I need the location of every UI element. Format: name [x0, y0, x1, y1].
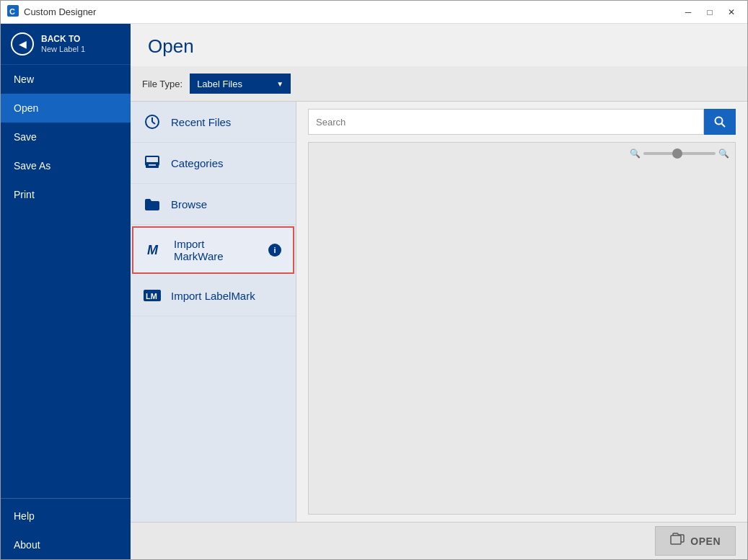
- preview-area: 🔍 🔍: [308, 142, 736, 515]
- open-button-label: OPEN: [690, 535, 721, 547]
- sidebar-open-label: Open: [14, 102, 38, 114]
- svg-text:M: M: [147, 243, 159, 257]
- zoom-slider-track[interactable]: [643, 152, 716, 155]
- sidebar-item-new[interactable]: New: [1, 65, 131, 94]
- main-window: C Custom Designer ─ □ ✕ ◀ BACK TO New La…: [0, 0, 748, 560]
- sidebar-item-open[interactable]: Open: [1, 94, 131, 123]
- svg-text:LM: LM: [146, 292, 157, 301]
- panel-item-categories[interactable]: Categories: [131, 143, 296, 184]
- sidebar-print-label: Print: [14, 189, 35, 200]
- panel-item-import-labelmark[interactable]: LM Import LabelMark: [131, 275, 296, 316]
- bottom-bar: OPEN: [131, 522, 747, 559]
- panel-recent-label: Recent Files: [171, 116, 231, 128]
- file-type-selected: Label Files: [197, 79, 270, 89]
- panel-item-recent[interactable]: Recent Files: [131, 102, 296, 143]
- search-bar: [308, 109, 736, 135]
- nav-spacer: [1, 209, 131, 498]
- back-circle-icon: ◀: [11, 32, 34, 55]
- svg-line-4: [152, 122, 155, 124]
- sidebar-about-label: About: [14, 539, 40, 551]
- close-button[interactable]: ✕: [721, 4, 742, 20]
- file-type-dropdown[interactable]: Label Files ▼: [190, 74, 291, 94]
- sidebar-new-label: New: [14, 74, 34, 85]
- zoom-bar: 🔍 🔍: [630, 148, 729, 159]
- sidebar-save-label: Save: [14, 131, 37, 143]
- window-title: Custom Designer: [24, 6, 96, 17]
- svg-rect-12: [671, 535, 681, 544]
- sidebar-help-label: Help: [14, 510, 35, 522]
- sidebar-item-print[interactable]: Print: [1, 180, 131, 209]
- markware-icon: M: [145, 240, 165, 260]
- dropdown-arrow-icon: ▼: [276, 80, 283, 88]
- search-input[interactable]: [308, 109, 704, 135]
- svg-line-11: [722, 124, 726, 128]
- content-area: Open File Type: Label Files ▼: [131, 24, 747, 559]
- panel-item-import-markware[interactable]: M Import MarkWare i: [132, 226, 294, 274]
- svg-point-10: [716, 117, 723, 125]
- svg-text:C: C: [9, 7, 15, 16]
- sidebar-item-save[interactable]: Save: [1, 123, 131, 151]
- inbox-icon: [142, 153, 162, 173]
- panel-item-browse[interactable]: Browse: [131, 184, 296, 225]
- zoom-slider-thumb: [672, 148, 682, 159]
- sidebar: ◀ BACK TO New Label 1 New Open Save Save…: [1, 24, 131, 559]
- right-panel: 🔍 🔍: [296, 102, 747, 522]
- zoom-in-icon: 🔍: [718, 148, 729, 159]
- nav-bottom: Help About: [1, 498, 131, 559]
- sidebar-item-about[interactable]: About: [1, 530, 131, 559]
- labelmark-icon: LM: [142, 285, 162, 306]
- clock-icon: [142, 112, 162, 132]
- panel-categories-label: Categories: [171, 157, 224, 169]
- folder-icon: [142, 194, 162, 214]
- back-arrow-icon: ◀: [19, 38, 27, 50]
- back-button[interactable]: ◀ BACK TO New Label 1: [1, 24, 131, 65]
- back-text-container: BACK TO New Label 1: [41, 34, 85, 54]
- search-button[interactable]: [704, 109, 736, 135]
- panel-browse-label: Browse: [171, 198, 207, 210]
- panel-labelmark-label: Import LabelMark: [171, 290, 255, 302]
- back-sublabel: New Label 1: [41, 45, 85, 54]
- open-button-icon: [670, 533, 685, 549]
- zoom-out-icon: 🔍: [630, 148, 641, 159]
- page-title: Open: [148, 35, 730, 58]
- file-type-label: File Type:: [142, 79, 182, 89]
- app-icon: C: [6, 4, 19, 20]
- content-body: Recent Files Categories: [131, 102, 747, 522]
- page-header: Open: [131, 24, 747, 66]
- sidebar-item-help[interactable]: Help: [1, 502, 131, 530]
- main-area: ◀ BACK TO New Label 1 New Open Save Save…: [1, 24, 747, 559]
- open-icon: [670, 533, 685, 546]
- back-label: BACK TO: [41, 34, 85, 44]
- panel-markware-label: Import MarkWare: [174, 238, 257, 262]
- left-panel: Recent Files Categories: [131, 102, 296, 522]
- title-bar-left: C Custom Designer: [6, 4, 96, 20]
- maximize-button[interactable]: □: [700, 4, 720, 20]
- sidebar-saveas-label: Save As: [14, 160, 50, 172]
- open-button[interactable]: OPEN: [655, 526, 736, 556]
- info-icon[interactable]: i: [268, 244, 281, 257]
- search-icon: [714, 116, 726, 128]
- sidebar-item-saveas[interactable]: Save As: [1, 151, 131, 180]
- minimize-button[interactable]: ─: [678, 4, 698, 20]
- title-bar: C Custom Designer ─ □ ✕: [1, 1, 747, 24]
- file-type-bar: File Type: Label Files ▼: [131, 66, 747, 102]
- window-controls: ─ □ ✕: [678, 4, 742, 20]
